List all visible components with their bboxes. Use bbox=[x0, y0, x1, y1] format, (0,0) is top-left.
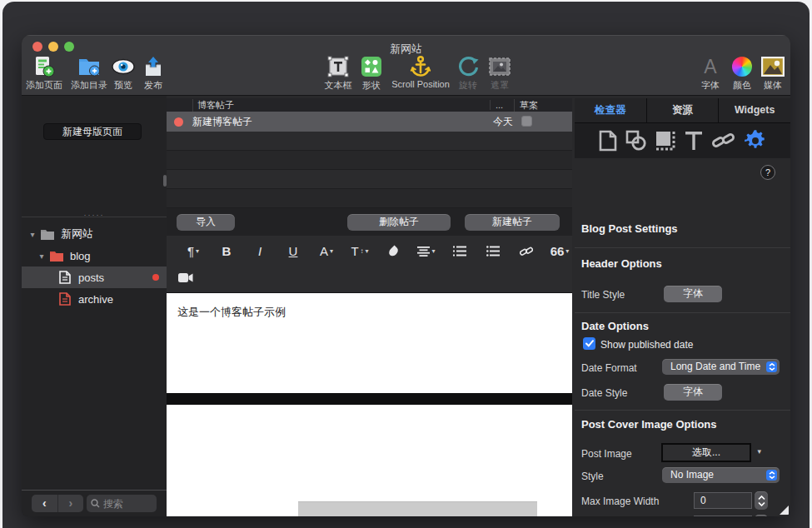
post-title: 新建博客帖子 bbox=[192, 115, 252, 129]
new-post-button[interactable]: 新建帖子 bbox=[465, 214, 560, 231]
bullet-list-button[interactable] bbox=[476, 246, 510, 257]
window-resize-grip[interactable] bbox=[780, 506, 789, 515]
page-inspector-icon[interactable] bbox=[598, 130, 618, 152]
draft-checkbox[interactable] bbox=[521, 116, 532, 127]
tab-inspector[interactable]: 检查器 bbox=[575, 98, 647, 122]
ink-droplet-button[interactable] bbox=[376, 247, 410, 257]
ordered-list-icon bbox=[453, 246, 466, 257]
post-body-editor[interactable]: 这是一个博客帖子示例 bbox=[167, 293, 572, 393]
underline-button[interactable]: U bbox=[276, 244, 310, 258]
sidebar-bottom-bar: ‹ › bbox=[22, 490, 167, 516]
color-wheel-icon bbox=[732, 54, 752, 78]
title-style-label: Title Style bbox=[581, 289, 625, 301]
tab-widgets[interactable]: Widgets bbox=[719, 98, 790, 122]
fonts-button[interactable]: A 字体 bbox=[698, 54, 723, 94]
media-label: 媒体 bbox=[764, 79, 782, 92]
chevron-down-icon[interactable]: ▾ bbox=[37, 252, 47, 261]
max-image-height-input[interactable] bbox=[694, 516, 752, 516]
colors-button[interactable]: 颜色 bbox=[728, 54, 756, 94]
blockquote-button[interactable]: 66▾ bbox=[543, 244, 576, 258]
textbox-tool-button[interactable]: 文本框 bbox=[321, 54, 355, 94]
publish-button[interactable]: 发布 bbox=[140, 54, 167, 94]
font-color-button[interactable]: A▾ bbox=[310, 244, 343, 258]
add-folder-button[interactable]: 添加目录 bbox=[68, 54, 110, 94]
tree-item-posts[interactable]: posts bbox=[22, 266, 167, 288]
post-summary-editor[interactable] bbox=[167, 405, 572, 516]
new-master-page-button[interactable]: 新建母版页面 bbox=[43, 123, 142, 140]
section-divider bbox=[575, 247, 790, 248]
italic-button[interactable]: I bbox=[243, 244, 276, 258]
add-page-button[interactable]: 添加页面 bbox=[25, 54, 63, 94]
add-folder-label: 添加目录 bbox=[71, 79, 107, 92]
history-nav: ‹ › bbox=[32, 495, 83, 512]
tree-item-label: blog bbox=[70, 250, 91, 262]
bullet-list-icon bbox=[486, 246, 500, 257]
editor-divider[interactable] bbox=[167, 393, 572, 405]
section-post-cover: Post Cover Image Options bbox=[581, 418, 717, 431]
title-style-font-button[interactable]: 字体 bbox=[664, 286, 722, 302]
app-window: 新网站 添加页面 添加目录 预览 bbox=[22, 35, 790, 516]
link-button[interactable] bbox=[510, 246, 543, 257]
shapes-tool-button[interactable]: 形状 bbox=[356, 54, 386, 94]
mask-button[interactable]: 遮罩 bbox=[485, 54, 515, 94]
insert-video-button[interactable] bbox=[178, 272, 193, 283]
date-format-dropdown[interactable]: Long Date and Time bbox=[662, 359, 780, 375]
tree-item-blog[interactable]: ▾ blog bbox=[22, 245, 167, 266]
search-field[interactable] bbox=[87, 495, 157, 512]
style-dropdown[interactable]: No Image bbox=[662, 467, 780, 483]
media-button[interactable]: 媒体 bbox=[758, 54, 788, 94]
help-button[interactable]: ? bbox=[760, 165, 775, 180]
delete-post-button[interactable]: 删除帖子 bbox=[347, 214, 451, 231]
max-height-stepper[interactable] bbox=[755, 515, 768, 516]
layout-inspector-icon[interactable] bbox=[655, 130, 676, 152]
settings-gear-icon[interactable] bbox=[744, 129, 767, 152]
date-format-label: Date Format bbox=[581, 362, 637, 374]
search-input[interactable] bbox=[103, 498, 150, 510]
forward-button[interactable]: › bbox=[58, 495, 84, 512]
max-width-stepper[interactable] bbox=[755, 491, 768, 510]
date-style-font-button[interactable]: 字体 bbox=[664, 384, 722, 401]
post-body-text: 这是一个博客帖子示例 bbox=[177, 305, 286, 320]
section-divider bbox=[575, 312, 790, 313]
post-image-choose-button[interactable]: 选取... ▾ bbox=[661, 443, 751, 462]
column-title[interactable]: 博客帖子 bbox=[192, 99, 234, 112]
inspector-icon-bar bbox=[575, 123, 790, 158]
column-date[interactable]: ... bbox=[490, 100, 503, 110]
media-icon bbox=[761, 54, 785, 78]
show-published-date-checkbox[interactable] bbox=[583, 337, 595, 350]
textbox-label: 文本框 bbox=[325, 79, 352, 92]
scroll-position-button[interactable]: Scroll Position bbox=[386, 54, 455, 94]
preview-button[interactable]: 预览 bbox=[110, 54, 137, 94]
shapes-inspector-icon[interactable] bbox=[625, 130, 647, 152]
document-icon bbox=[57, 271, 73, 284]
chevron-down-icon[interactable]: ▾ bbox=[27, 230, 37, 239]
post-status-dot bbox=[174, 117, 183, 127]
textbox-icon bbox=[327, 54, 349, 78]
back-button[interactable]: ‹ bbox=[32, 495, 58, 512]
link-inspector-icon[interactable] bbox=[711, 130, 736, 152]
add-folder-icon bbox=[77, 54, 101, 78]
tab-resources[interactable]: 资源 bbox=[647, 98, 720, 122]
section-header-options: Header Options bbox=[581, 257, 662, 270]
bold-button[interactable]: B bbox=[210, 244, 243, 258]
rotate-button[interactable]: 旋转 bbox=[455, 54, 481, 94]
text-size-button[interactable]: T↕▾ bbox=[343, 244, 376, 258]
mask-label: 遮罩 bbox=[491, 79, 509, 92]
sidebar-divider[interactable] bbox=[22, 217, 167, 217]
text-inspector-icon[interactable] bbox=[684, 130, 704, 152]
section-blog-post-settings: Blog Post Settings bbox=[581, 222, 678, 235]
import-button[interactable]: 导入 bbox=[177, 214, 235, 231]
paragraph-style-button[interactable]: ¶▾ bbox=[177, 244, 210, 258]
tree-item-site[interactable]: ▾ 新网站 bbox=[22, 223, 167, 245]
alignment-button[interactable]: ▾ bbox=[410, 247, 443, 257]
post-row-selected[interactable]: 新建博客帖子 今天 bbox=[167, 112, 572, 132]
style-label: Style bbox=[581, 471, 604, 482]
desktop-background: 新网站 添加页面 添加目录 预览 bbox=[0, 0, 812, 528]
max-image-width-input[interactable] bbox=[694, 492, 752, 509]
page-sidebar: 新建母版页面 ····· ▾ 新网站 ▾ blog bbox=[22, 96, 167, 516]
column-draft[interactable]: 草案 bbox=[514, 99, 538, 112]
tree-item-archive[interactable]: archive bbox=[22, 288, 167, 310]
publish-label: 发布 bbox=[144, 79, 162, 92]
ordered-list-button[interactable] bbox=[443, 246, 476, 257]
fonts-label: 字体 bbox=[701, 79, 720, 92]
